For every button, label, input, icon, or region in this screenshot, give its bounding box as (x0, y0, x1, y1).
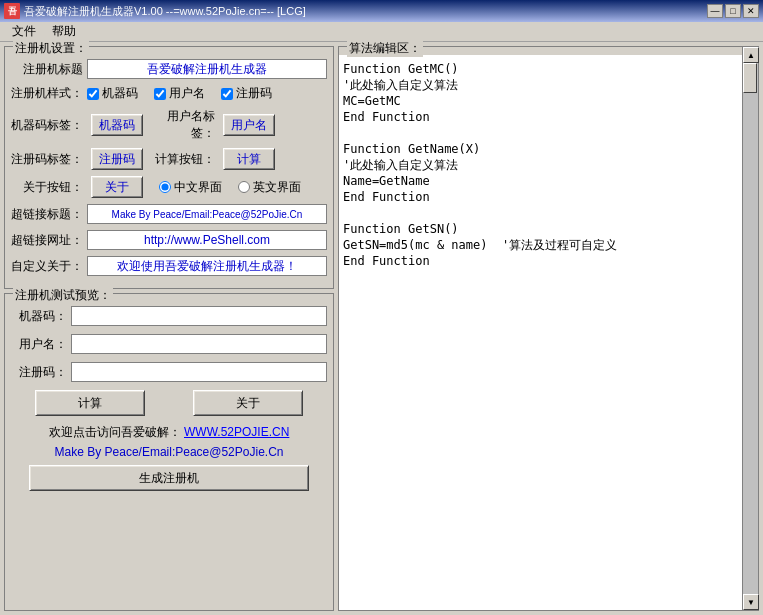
test-panel-title: 注册机测试预览： (13, 287, 113, 304)
radio-chinese-ui-text: 中文界面 (174, 179, 222, 196)
link-prefix: 欢迎点击访问吾爱破解： (49, 425, 181, 439)
calc-tag-button[interactable]: 计算 (223, 148, 275, 170)
check-machine-code-text: 机器码 (102, 85, 138, 102)
check-machine-code-label[interactable]: 机器码 (87, 85, 138, 102)
maximize-button[interactable]: □ (725, 4, 741, 18)
about-tag-button[interactable]: 关于 (91, 176, 143, 198)
reg-title-input[interactable] (87, 59, 327, 79)
check-regcode[interactable] (221, 88, 233, 100)
label-reg-tag: 注册码标签： (11, 151, 83, 168)
username-tag-button[interactable]: 用户名 (223, 114, 275, 136)
menu-file[interactable]: 文件 (4, 21, 44, 42)
link-text2[interactable]: Make By Peace/Email:Peace@52PoJie.Cn (55, 445, 284, 459)
machine-tag-button[interactable]: 机器码 (91, 114, 143, 136)
test-panel: 注册机测试预览： 机器码： 用户名： 注册码： 计算 关于 欢迎点击访问吾爱破解… (4, 293, 334, 611)
title-bar: 吾 吾爱破解注册机生成器V1.00 --=www.52PoJie.cn=-- [… (0, 0, 763, 22)
check-regcode-label[interactable]: 注册码 (221, 85, 272, 102)
generate-button[interactable]: 生成注册机 (29, 465, 309, 491)
test-username-input[interactable] (71, 334, 327, 354)
test-label-username: 用户名： (11, 336, 67, 353)
link-url[interactable]: WWW.52POJIE.CN (184, 425, 289, 439)
radio-chinese-ui[interactable] (159, 181, 171, 193)
scroll-thumb[interactable] (743, 63, 757, 93)
scrollbar-vertical[interactable]: ▲ ▼ (742, 47, 758, 610)
menu-help[interactable]: 帮助 (44, 21, 84, 42)
check-regcode-text: 注册码 (236, 85, 272, 102)
test-about-button[interactable]: 关于 (193, 390, 303, 416)
label-about-btn: 关于按钮： (11, 179, 83, 196)
settings-group-title: 注册机设置： (13, 40, 89, 57)
code-editor-title: 算法编辑区： (347, 40, 423, 57)
check-machine-code[interactable] (87, 88, 99, 100)
check-username[interactable] (154, 88, 166, 100)
minimize-button[interactable]: — (707, 4, 723, 18)
test-machine-code-input[interactable] (71, 306, 327, 326)
radio-chinese-ui-label[interactable]: 中文界面 (159, 179, 222, 196)
left-panel: 注册机设置： 注册机标题 注册机样式： 机器码 用户名 (4, 46, 334, 611)
label-custom-about: 自定义关于： (11, 258, 83, 275)
test-label-machine: 机器码： (11, 308, 67, 325)
test-calc-button[interactable]: 计算 (35, 390, 145, 416)
reg-tag-button[interactable]: 注册码 (91, 148, 143, 170)
scroll-track[interactable] (743, 63, 758, 594)
close-button[interactable]: ✕ (743, 4, 759, 18)
code-editor[interactable] (339, 55, 758, 610)
scroll-down-button[interactable]: ▼ (743, 594, 759, 610)
label-reg-format: 注册机样式： (11, 85, 83, 102)
label-hyperlink-title: 超链接标题： (11, 206, 83, 223)
label-machine-tag: 机器码标签： (11, 117, 83, 134)
hyperlink-url-input[interactable] (87, 230, 327, 250)
window-title: 吾爱破解注册机生成器V1.00 --=www.52PoJie.cn=-- [LC… (24, 4, 306, 19)
label-username-tag: 用户名标签： (151, 108, 215, 142)
menu-bar: 文件 帮助 (0, 22, 763, 42)
check-username-label[interactable]: 用户名 (154, 85, 205, 102)
label-hyperlink-url: 超链接网址： (11, 232, 83, 249)
label-calc-btn: 计算按钮： (151, 151, 215, 168)
custom-about-input[interactable] (87, 256, 327, 276)
radio-english-ui-text: 英文界面 (253, 179, 301, 196)
app-icon: 吾 (4, 3, 20, 19)
scroll-up-button[interactable]: ▲ (743, 47, 759, 63)
radio-english-ui-label[interactable]: 英文界面 (238, 179, 301, 196)
radio-english-ui[interactable] (238, 181, 250, 193)
right-panel: 算法编辑区： ▲ ▼ (338, 46, 759, 611)
settings-group: 注册机设置： 注册机标题 注册机样式： 机器码 用户名 (4, 46, 334, 289)
test-label-regcode: 注册码： (11, 364, 67, 381)
hyperlink-title-input[interactable] (87, 204, 327, 224)
label-reg-title: 注册机标题 (11, 61, 83, 78)
test-regcode-input[interactable] (71, 362, 327, 382)
check-username-text: 用户名 (169, 85, 205, 102)
